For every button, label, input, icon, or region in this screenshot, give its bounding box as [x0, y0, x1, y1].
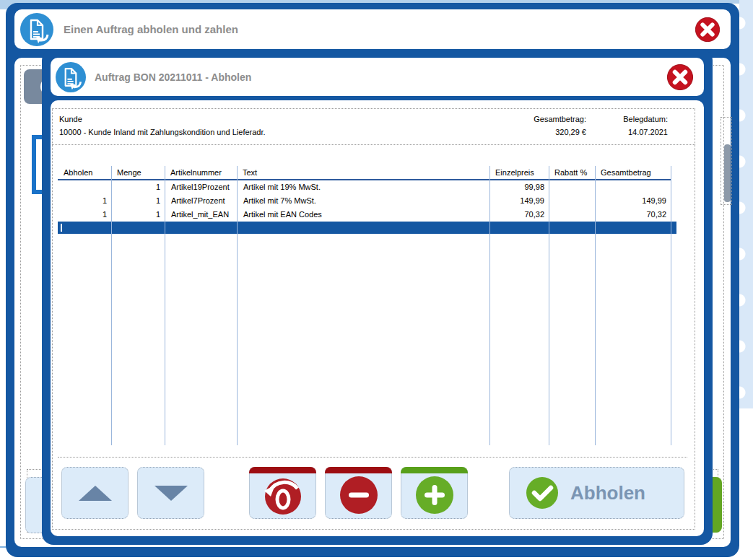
belegdatum-label: Belegdatum: [623, 113, 668, 126]
table-row[interactable]: 1 1 Artikel_mit_EAN Artikel mit EAN Code… [58, 208, 676, 222]
header-separator [52, 144, 695, 145]
cell-text: Artikel mit EAN Codes [237, 208, 489, 222]
button-stripe [401, 467, 468, 473]
minus-icon [339, 475, 379, 515]
column-divider [595, 166, 596, 445]
belegdatum-info: Belegdatum: 14.07.2021 [623, 113, 668, 139]
cell-artikelnummer: Artikel_mit_EAN [165, 208, 237, 222]
scroll-up-button[interactable] [61, 467, 129, 519]
cell-menge: 1 [111, 208, 165, 222]
column-header-abholen: Abholen [58, 166, 111, 179]
order-document-icon [56, 62, 86, 92]
cell-text: Artikel mit 19% MwSt. [237, 180, 489, 194]
background-scrollbar [724, 144, 731, 202]
column-header-gesamtbetrag: Gesamtbetrag [595, 166, 671, 179]
abholen-dialog: Auftrag BON 20211011 - Abholen Kunde 100… [42, 49, 713, 545]
button-stripe [249, 467, 316, 473]
cell-gesamtbetrag: 149,99 [595, 194, 671, 208]
positions-table: Abholen Menge Artikelnummer Text Einzelp… [58, 166, 676, 222]
belegdatum-value: 14.07.2021 [623, 126, 668, 139]
gesamtbetrag-value: 320,29 € [534, 126, 586, 139]
selected-row[interactable] [58, 222, 676, 234]
dialog-titlebar: Auftrag BON 20211011 - Abholen [51, 58, 704, 96]
column-header-text: Text [237, 166, 489, 179]
background-scalloped-edge [739, 0, 753, 408]
table-header-row: Abholen Menge Artikelnummer Text Einzelp… [58, 166, 676, 179]
cell-abholen: 1 [58, 208, 111, 222]
arrow-down-icon [154, 486, 188, 501]
scroll-down-button[interactable] [137, 467, 204, 519]
cell-artikelnummer: Artikel7Prozent [165, 194, 237, 208]
increase-quantity-button[interactable] [401, 467, 468, 519]
column-header-artikelnummer: Artikelnummer [165, 166, 237, 179]
cell-menge: 1 [111, 194, 165, 208]
table-row[interactable]: 1 1 Artikel7Prozent Artikel mit 7% MwSt.… [58, 194, 676, 208]
cell-einzelpreis: 149,99 [489, 194, 549, 208]
cell-einzelpreis: 70,32 [489, 208, 549, 222]
abholen-button-label: Abholen [570, 482, 645, 504]
outer-titlebar: Einen Auftrag abholen und zahlen [14, 9, 731, 49]
arrow-up-icon [79, 486, 112, 501]
cell-menge: 1 [111, 180, 165, 194]
gesamtbetrag-info: Gesamtbetrag: 320,29 € [534, 113, 586, 139]
cell-rabatt [549, 208, 595, 222]
edit-caret [61, 224, 62, 232]
column-divider [489, 166, 490, 445]
window-title: Einen Auftrag abholen und zahlen [64, 23, 238, 35]
kunde-value: 10000 - Kunde Inland mit Zahlungskonditi… [59, 126, 266, 139]
reset-quantity-button[interactable]: 0 [249, 467, 316, 519]
column-divider [165, 166, 165, 445]
table-row[interactable]: 1 Artikel19Prozent Artikel mit 19% MwSt.… [58, 180, 676, 194]
cell-gesamtbetrag: 70,32 [595, 208, 671, 222]
reset-zero-icon: 0 [263, 475, 303, 515]
dialog-title: Auftrag BON 20211011 - Abholen [95, 71, 251, 83]
kunde-label: Kunde [59, 113, 266, 126]
abholen-button[interactable]: Abholen [509, 467, 684, 519]
column-header-menge: Menge [111, 166, 165, 179]
gesamtbetrag-label: Gesamtbetrag: [534, 113, 586, 126]
cell-text: Artikel mit 7% MwSt. [237, 194, 489, 208]
header-underline [58, 179, 671, 180]
screen: Einen Auftrag abholen und zahlen [0, 0, 753, 560]
order-document-icon [20, 13, 53, 46]
column-divider [549, 166, 549, 445]
column-divider [671, 166, 671, 445]
column-header-rabatt: Rabatt % [549, 166, 595, 179]
customer-info: Kunde 10000 - Kunde Inland mit Zahlungsk… [59, 113, 266, 139]
cell-artikelnummer: Artikel19Prozent [165, 180, 237, 194]
check-icon [526, 476, 559, 509]
close-button[interactable] [695, 17, 721, 43]
column-divider [111, 166, 112, 445]
buttons-separator [58, 457, 687, 458]
dialog-content: Kunde 10000 - Kunde Inland mit Zahlungsk… [51, 100, 704, 536]
column-divider [237, 166, 238, 445]
button-stripe [325, 467, 392, 473]
dialog-close-button[interactable] [666, 64, 694, 91]
column-header-einzelpreis: Einzelpreis [489, 166, 549, 179]
cell-abholen [58, 180, 111, 194]
decrease-quantity-button[interactable] [325, 467, 392, 519]
cell-gesamtbetrag [595, 180, 671, 194]
cell-rabatt [549, 180, 595, 194]
cell-einzelpreis: 99,98 [489, 180, 549, 194]
cell-abholen: 1 [58, 194, 111, 208]
cell-rabatt [549, 194, 595, 208]
plus-icon [414, 475, 455, 515]
